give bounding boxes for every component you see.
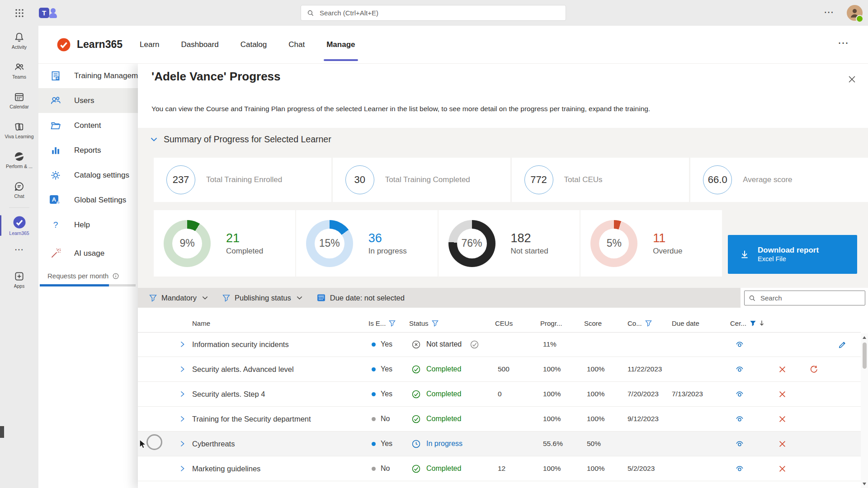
nav-tab-chat[interactable]: Chat	[288, 28, 306, 62]
table-row[interactable]: Business Analytics Yes Completed 100% 10…	[138, 481, 861, 488]
filter-funnel-filled-icon[interactable]	[750, 320, 756, 327]
essential-dot	[372, 367, 376, 371]
sidebar-item-global-settings[interactable]: A Global Settings	[38, 188, 138, 212]
sidebar-item-users[interactable]: Users	[38, 88, 138, 113]
chevron-down-icon	[297, 296, 302, 300]
table-row[interactable]: Training for the Security department No …	[138, 407, 861, 432]
essential-dot	[372, 343, 376, 347]
remove-icon[interactable]	[769, 441, 798, 447]
expand-row-icon[interactable]	[180, 441, 192, 447]
table-row[interactable]: Security alerts. Advanced level Yes Comp…	[138, 357, 861, 382]
nav-tab-manage[interactable]: Manage	[326, 28, 356, 62]
header-more-icon[interactable]: ⋯	[838, 37, 849, 49]
column-is-essential[interactable]: Is E...	[368, 319, 409, 327]
gear-icon	[50, 169, 61, 181]
donut-card-not-started: 76% 182Not started	[439, 210, 580, 277]
summary-collapse-header[interactable]: Summary of Progress for Selected Learner	[151, 134, 331, 145]
click-spinner	[146, 434, 162, 450]
table-row[interactable]: Security alerts. Step 4 Yes Completed 0 …	[138, 382, 861, 407]
table-scrollbar[interactable]	[861, 333, 868, 488]
expand-row-icon[interactable]	[180, 366, 192, 372]
people-icon	[14, 61, 25, 73]
nav-tab-catalog[interactable]: Catalog	[240, 28, 268, 62]
filter-funnel-icon[interactable]	[645, 320, 652, 327]
table-search-input[interactable]	[760, 294, 865, 302]
sidebar-item-help[interactable]: ? Help	[38, 212, 138, 237]
sidebar-item-training-management[interactable]: Training Management	[38, 63, 138, 88]
nav-tab-learn[interactable]: Learn	[139, 28, 160, 62]
column-name[interactable]: Name	[192, 319, 368, 327]
stat-card-completed: 30 Total Training Completed	[333, 158, 510, 202]
view-certificate-icon[interactable]	[730, 340, 769, 349]
info-icon[interactable]	[112, 272, 119, 280]
close-icon[interactable]	[849, 76, 855, 83]
edit-icon[interactable]	[827, 340, 861, 349]
learn365-badge-icon	[13, 216, 26, 229]
expand-row-icon[interactable]	[180, 465, 192, 472]
rail-item-viva-learning[interactable]: Viva Learning	[0, 115, 38, 145]
learn365-brand[interactable]: Learn365	[57, 38, 123, 52]
teams-app-rail: Activity Teams Calendar Viva Learning Pe…	[0, 26, 38, 488]
rail-item-perform[interactable]: Perform & ...	[0, 145, 38, 175]
column-status[interactable]: Status	[409, 319, 495, 327]
view-certificate-icon[interactable]	[730, 439, 769, 448]
waffle-menu-icon[interactable]	[12, 5, 27, 21]
view-certificate-icon[interactable]	[730, 389, 769, 399]
sidebar-item-reports[interactable]: Reports	[38, 138, 138, 163]
view-certificate-icon[interactable]	[730, 414, 769, 423]
donut-cards: 9% 21Completed 15% 36In progress 76% 182…	[154, 210, 722, 277]
scroll-down-arrow[interactable]	[863, 483, 866, 485]
column-progress[interactable]: Progr...	[540, 319, 584, 327]
sidebar-item-content[interactable]: Content	[38, 113, 138, 138]
summary-section: Summary of Progress for Selected Learner…	[138, 128, 868, 288]
retake-icon[interactable]	[798, 365, 827, 374]
remove-icon[interactable]	[769, 416, 798, 422]
remove-icon[interactable]	[769, 465, 798, 472]
sidebar-item-catalog-settings[interactable]: Catalog settings	[38, 163, 138, 188]
scroll-up-arrow[interactable]	[863, 336, 866, 339]
teams-search-input[interactable]	[319, 9, 566, 17]
stat-card-enrolled: 237 Total Training Enrolled	[154, 158, 331, 202]
sidebar-item-ai-usage[interactable]: AI usage	[38, 241, 138, 266]
nav-tab-dashboard[interactable]: Dashboard	[180, 28, 220, 62]
filter-funnel-icon[interactable]	[389, 320, 396, 327]
rail-item-apps[interactable]: Apps	[0, 265, 38, 295]
column-completion[interactable]: Co...	[627, 319, 672, 327]
teams-logo[interactable]: T	[39, 6, 59, 20]
rail-item-teams[interactable]: Teams	[0, 56, 38, 85]
filter-due-date[interactable]: Due date: not selected	[317, 294, 405, 302]
table-row[interactable]: Cyberthreats Yes In progress 55.6% 50%	[138, 432, 861, 456]
rail-more-icon[interactable]: ⋯	[0, 240, 38, 258]
scrollbar-thumb[interactable]	[863, 343, 867, 369]
rail-item-calendar[interactable]: Calendar	[0, 85, 38, 115]
view-certificate-icon[interactable]	[730, 464, 769, 473]
filter-funnel-icon[interactable]	[432, 320, 439, 327]
mouse-cursor	[138, 440, 147, 450]
teams-search-box[interactable]	[301, 5, 566, 21]
mark-complete-icon[interactable]	[470, 340, 479, 349]
rail-item-activity[interactable]: Activity	[0, 26, 38, 56]
remove-icon[interactable]	[769, 366, 798, 373]
table-row[interactable]: Marketing guidelines No Completed 12 100…	[138, 456, 861, 481]
panel-title: 'Adele Vance' Progress	[151, 70, 281, 84]
essential-dot	[372, 392, 376, 396]
topbar-more-icon[interactable]: ⋯	[824, 6, 834, 18]
column-score[interactable]: Score	[584, 319, 627, 327]
table-search-box[interactable]	[744, 291, 865, 305]
filter-mandatory[interactable]: Mandatory	[149, 294, 208, 302]
expand-row-icon[interactable]	[180, 416, 192, 422]
column-certificates[interactable]: Cer...	[730, 319, 769, 327]
column-due-date[interactable]: Due date	[672, 319, 730, 327]
column-ceus[interactable]: CEUs	[495, 319, 540, 327]
expand-row-icon[interactable]	[180, 391, 192, 397]
table-row[interactable]: Information security incidents Yes Not s…	[138, 332, 861, 357]
completed-icon	[411, 389, 421, 399]
requests-per-month: Requests per month	[38, 272, 138, 280]
remove-icon[interactable]	[769, 391, 798, 398]
expand-row-icon[interactable]	[180, 341, 192, 347]
filter-publishing-status[interactable]: Publishing status	[222, 294, 302, 302]
rail-item-chat[interactable]: Chat	[0, 175, 38, 205]
view-certificate-icon[interactable]	[730, 365, 769, 374]
rail-item-learn365[interactable]: Learn365	[0, 211, 38, 240]
download-report-button[interactable]: Download reportExcel File	[728, 235, 857, 274]
